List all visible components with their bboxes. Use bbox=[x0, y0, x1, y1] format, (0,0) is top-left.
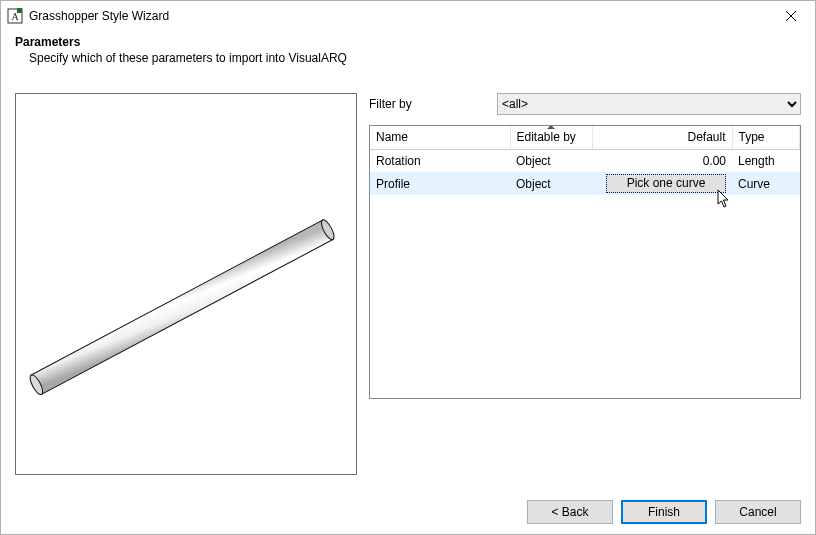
cell-name: Rotation bbox=[370, 150, 510, 173]
table-row[interactable]: Rotation Object 0.00 Length bbox=[370, 150, 800, 173]
cell-editable: Object bbox=[510, 150, 592, 173]
finish-button[interactable]: Finish bbox=[621, 500, 707, 524]
cell-editable: Object bbox=[510, 172, 592, 195]
cell-type: Length bbox=[732, 150, 800, 173]
window-title: Grasshopper Style Wizard bbox=[29, 9, 771, 23]
titlebar: A Grasshopper Style Wizard bbox=[1, 1, 815, 31]
column-header-name[interactable]: Name bbox=[370, 126, 510, 150]
wizard-header: Parameters Specify which of these parame… bbox=[1, 31, 815, 77]
parameters-grid: Name Editable by Default Type Rotation O… bbox=[369, 125, 801, 399]
wizard-footer: < Back Finish Cancel bbox=[527, 500, 801, 524]
table-row[interactable]: Profile Object Pick one curve Curve bbox=[370, 172, 800, 195]
column-header-default[interactable]: Default bbox=[592, 126, 732, 150]
page-title: Parameters bbox=[15, 35, 801, 49]
svg-rect-2 bbox=[17, 8, 22, 13]
cell-type: Curve bbox=[732, 172, 800, 195]
filter-by-select[interactable]: <all> bbox=[497, 93, 801, 115]
wizard-window: A Grasshopper Style Wizard Parameters Sp… bbox=[0, 0, 816, 535]
preview-cylinder-icon bbox=[26, 114, 346, 464]
back-button[interactable]: < Back bbox=[527, 500, 613, 524]
cancel-button[interactable]: Cancel bbox=[715, 500, 801, 524]
filter-row: Filter by <all> bbox=[369, 93, 801, 115]
wizard-content: Filter by <all> Name E bbox=[1, 77, 815, 475]
cell-default: Pick one curve bbox=[592, 172, 732, 195]
pick-one-curve-button[interactable]: Pick one curve bbox=[606, 174, 726, 193]
cell-default: 0.00 bbox=[592, 150, 732, 173]
cell-name: Profile bbox=[370, 172, 510, 195]
page-subtitle: Specify which of these parameters to imp… bbox=[15, 49, 801, 65]
column-header-type[interactable]: Type bbox=[732, 126, 800, 150]
filter-by-label: Filter by bbox=[369, 97, 497, 111]
column-header-editable-by[interactable]: Editable by bbox=[510, 126, 592, 150]
app-icon: A bbox=[7, 8, 23, 24]
window-close-button[interactable] bbox=[771, 1, 811, 31]
parameters-pane: Filter by <all> Name E bbox=[369, 93, 801, 475]
svg-rect-5 bbox=[31, 220, 333, 394]
close-icon bbox=[786, 11, 796, 21]
preview-pane bbox=[15, 93, 357, 475]
